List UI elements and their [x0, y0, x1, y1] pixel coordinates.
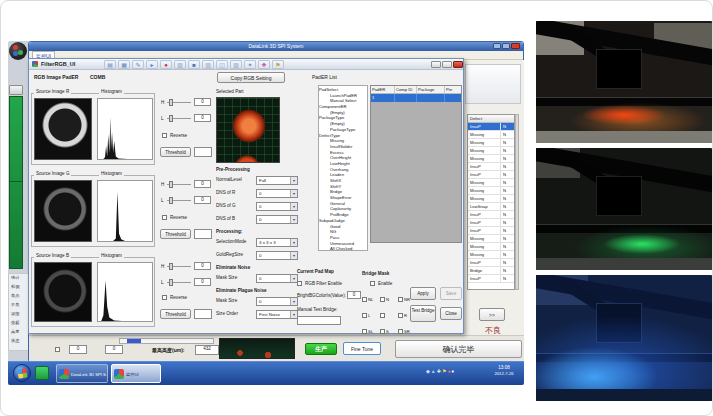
- dialog-minimize-button[interactable]: [431, 61, 441, 68]
- defect-table-row[interactable]: InsuP N: [468, 259, 514, 267]
- confirm-button[interactable]: 确认完毕: [395, 340, 522, 358]
- defect-table-row[interactable]: InsuP N: [468, 227, 514, 235]
- threshold-value-g[interactable]: [194, 229, 212, 239]
- defect-table-scrollbar[interactable]: [515, 114, 519, 290]
- minimize-button[interactable]: [493, 43, 501, 49]
- bridge-mask-cell[interactable]: SL: [362, 323, 380, 339]
- tray-icon[interactable]: ●: [448, 368, 451, 374]
- toolbar-icon[interactable]: ▥: [202, 60, 214, 69]
- bridge-mask-cell[interactable]: S: [380, 323, 398, 339]
- defect-table-row[interactable]: InsuP N: [468, 275, 514, 283]
- dialog-maximize-button[interactable]: [442, 61, 452, 68]
- param-dropdown[interactable]: Full▾: [256, 176, 298, 185]
- taskbar-clock[interactable]: 13:08 2012-7-26: [486, 365, 522, 376]
- quick-launch-green-icon[interactable]: [35, 366, 49, 380]
- more-button[interactable]: >>: [479, 308, 505, 321]
- l-slider-g[interactable]: [167, 197, 191, 204]
- bridge-mask-cell[interactable]: N: [380, 291, 398, 307]
- param-dropdown[interactable]: 0▾: [256, 215, 298, 224]
- defect-table-row[interactable]: InsuP N: [468, 171, 514, 179]
- param-dropdown[interactable]: 0▾: [256, 297, 298, 306]
- defect-table-row[interactable]: Bridge N: [468, 267, 514, 275]
- tray-icon[interactable]: ✚: [437, 368, 441, 374]
- bridge-mask-cell[interactable]: [380, 307, 398, 323]
- param-dropdown[interactable]: 3 x 3 x 3▾: [256, 238, 298, 247]
- progress-track[interactable]: [119, 338, 214, 344]
- defect-table-row[interactable]: Missing N: [468, 251, 514, 259]
- defect-column-header[interactable]: Defect: [468, 115, 484, 122]
- manual-test-bridge-input[interactable]: [297, 316, 341, 325]
- toolbar-icon[interactable]: ▨: [230, 60, 242, 69]
- dialog-titlebar[interactable]: FilterRGB_UI ▤▦✎▸●▧■▥◫▨✦❖⚑: [29, 59, 463, 70]
- h-value-g[interactable]: 0: [194, 180, 211, 188]
- produce-button[interactable]: 生产: [305, 343, 337, 355]
- value-box-2[interactable]: 0: [105, 345, 123, 354]
- toolbar-icon[interactable]: ▦: [118, 60, 130, 69]
- toolbar-icon[interactable]: ❖: [258, 60, 270, 69]
- fine-tune-button[interactable]: Fine Tune: [343, 342, 381, 355]
- bridge-mask-cell[interactable]: L: [362, 307, 380, 323]
- l-value-r[interactable]: 0: [194, 114, 211, 122]
- copy-rgb-setting-button[interactable]: Copy RGB Setting: [217, 72, 285, 83]
- col-comp-id[interactable]: Comp ID: [395, 86, 417, 93]
- reverse-checkbox-r[interactable]: [162, 133, 167, 138]
- defect-table-row[interactable]: Missing N: [468, 243, 514, 251]
- toolbar-icon[interactable]: ⚑: [272, 60, 284, 69]
- toolbar-icon[interactable]: ■: [188, 60, 200, 69]
- toolbar-icon[interactable]: ✦: [244, 60, 256, 69]
- l-value-g[interactable]: 0: [194, 196, 211, 204]
- defect-table-row[interactable]: InsuP N: [468, 163, 514, 171]
- tree-item[interactable]: All Checked: [319, 246, 367, 251]
- toolbar-icon[interactable]: ▤: [104, 60, 116, 69]
- rgb-filter-enable-checkbox[interactable]: [297, 281, 302, 286]
- h-slider-g[interactable]: [167, 181, 191, 188]
- max-height-value[interactable]: 432: [195, 345, 219, 355]
- reverse-checkbox-g[interactable]: [162, 215, 167, 220]
- col-package[interactable]: Package: [417, 86, 445, 93]
- toolbar-icon[interactable]: ●: [160, 60, 172, 69]
- defect-table-row[interactable]: InsuP N: [468, 123, 514, 131]
- save-button[interactable]: Save: [440, 287, 462, 300]
- toolbar-icon[interactable]: ▸: [146, 60, 158, 69]
- close-dialog-button[interactable]: Close: [440, 307, 462, 320]
- toolbar-icon[interactable]: ✎: [132, 60, 144, 69]
- tray-icon[interactable]: ⚑: [442, 368, 446, 374]
- test-bridge-button[interactable]: Test Bridge: [410, 305, 436, 322]
- maximize-button[interactable]: [502, 43, 510, 49]
- l-slider-r[interactable]: [167, 115, 191, 122]
- defect-table-row[interactable]: Missing N: [468, 187, 514, 195]
- dialog-close-button[interactable]: [453, 61, 463, 68]
- taskbar-button-1[interactable]: DataLink 3D SPI S...: [56, 364, 108, 383]
- defect-table-row[interactable]: Missing N: [468, 179, 514, 187]
- threshold-value-b[interactable]: [194, 309, 212, 319]
- h-slider-b[interactable]: [167, 263, 191, 270]
- col-pin[interactable]: Pin: [445, 86, 459, 93]
- bright-bg-value[interactable]: 0: [347, 291, 361, 299]
- param-dropdown[interactable]: 0▾: [256, 274, 298, 283]
- defect-table-row[interactable]: Missing N: [468, 235, 514, 243]
- toolbar-icon[interactable]: ◫: [216, 60, 228, 69]
- defect-table-row[interactable]: Missing N: [468, 147, 514, 155]
- defect-table-row[interactable]: Missing N: [468, 131, 514, 139]
- listbox-selected-row[interactable]: 1: [371, 94, 461, 102]
- param-dropdown[interactable]: 0▾: [256, 251, 298, 260]
- defect-table-row[interactable]: InsuP N: [468, 211, 514, 219]
- apply-button[interactable]: Apply: [410, 287, 436, 300]
- app-orb-icon[interactable]: [9, 42, 27, 60]
- param-dropdown[interactable]: First Noise▾: [256, 310, 298, 319]
- defect-table-row[interactable]: InsuP N: [468, 219, 514, 227]
- h-slider-r[interactable]: [167, 99, 191, 106]
- l-slider-b[interactable]: [167, 279, 191, 286]
- col-pader[interactable]: PadER: [371, 86, 395, 93]
- defect-table-row[interactable]: Missing N: [468, 195, 514, 203]
- close-button[interactable]: [511, 43, 520, 49]
- l-value-b[interactable]: 0: [194, 278, 211, 286]
- start-button[interactable]: [13, 364, 31, 382]
- threshold-button-r[interactable]: Threshold: [160, 147, 191, 157]
- value-box-1[interactable]: 0: [69, 345, 87, 354]
- threshold-button-b[interactable]: Threshold: [160, 309, 191, 319]
- tray-icon[interactable]: ♦: [452, 368, 455, 374]
- tray-icon[interactable]: ◆: [426, 368, 430, 374]
- reverse-checkbox-b[interactable]: [162, 295, 167, 300]
- param-dropdown[interactable]: 0▾: [256, 189, 298, 198]
